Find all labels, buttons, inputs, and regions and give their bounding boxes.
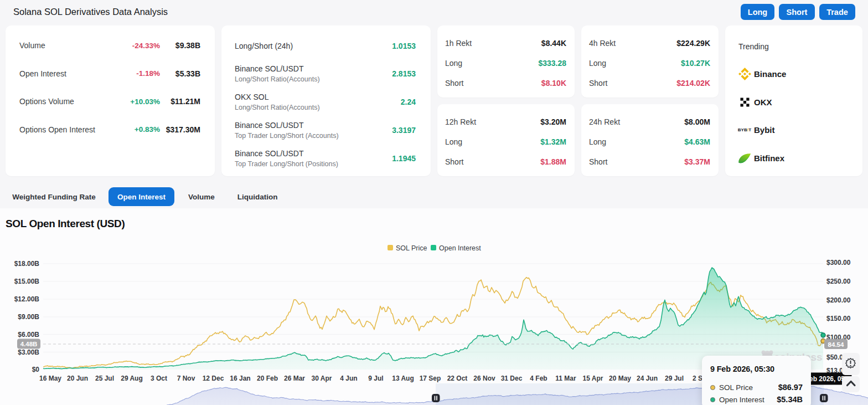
svg-text:29 Aug: 29 Aug (121, 375, 143, 382)
svg-text:24 Jun: 24 Jun (637, 375, 658, 382)
svg-text:9 Jul: 9 Jul (368, 375, 383, 382)
svg-text:12 Dec: 12 Dec (203, 375, 224, 382)
svg-text:4.48B: 4.48B (20, 341, 38, 347)
svg-text:$0: $0 (32, 366, 40, 373)
svg-text:Open Interest: Open Interest (439, 244, 481, 252)
svg-text:SOL Price: SOL Price (396, 244, 427, 252)
svg-text:16 Jan: 16 Jan (230, 375, 250, 382)
svg-text:20 May: 20 May (609, 375, 631, 382)
svg-text:31 Dec: 31 Dec (501, 375, 523, 382)
svg-text:20 Jun: 20 Jun (67, 375, 88, 382)
svg-text:7 Nov: 7 Nov (177, 375, 195, 382)
svg-text:$12.00B: $12.00B (14, 295, 40, 303)
svg-text:25 Jul: 25 Jul (95, 375, 114, 382)
svg-text:11 Mar: 11 Mar (555, 375, 576, 382)
svg-text:20 Feb: 20 Feb (257, 375, 278, 382)
svg-text:$150.00: $150.00 (826, 315, 851, 322)
svg-text:30 Apr: 30 Apr (312, 375, 332, 382)
svg-text:$18.00B: $18.00B (14, 260, 40, 268)
svg-text:4 Feb: 4 Feb (530, 375, 547, 382)
svg-text:84.54: 84.54 (828, 341, 844, 348)
svg-text:$250.00: $250.00 (826, 278, 851, 285)
svg-text:26 Nov: 26 Nov (473, 375, 495, 382)
svg-text:4 Jun: 4 Jun (340, 375, 357, 382)
svg-text:$15.00B: $15.00B (14, 278, 40, 285)
svg-text:29 Jul: 29 Jul (665, 375, 684, 382)
svg-text:$6.00B: $6.00B (18, 331, 39, 339)
svg-text:15 Apr: 15 Apr (583, 375, 603, 382)
svg-text:13 Aug: 13 Aug (392, 375, 414, 382)
svg-text:17 Sep: 17 Sep (420, 375, 441, 382)
svg-text:$3.00B: $3.00B (18, 348, 39, 356)
svg-text:22 Oct: 22 Oct (447, 375, 468, 382)
svg-text:$9.00B: $9.00B (18, 313, 39, 321)
svg-text:26 Mar: 26 Mar (284, 375, 305, 382)
svg-text:3 Oct: 3 Oct (151, 375, 167, 382)
svg-text:$200.00: $200.00 (826, 296, 851, 304)
svg-text:$300.00: $300.00 (826, 259, 851, 266)
svg-text:16 May: 16 May (39, 375, 61, 382)
